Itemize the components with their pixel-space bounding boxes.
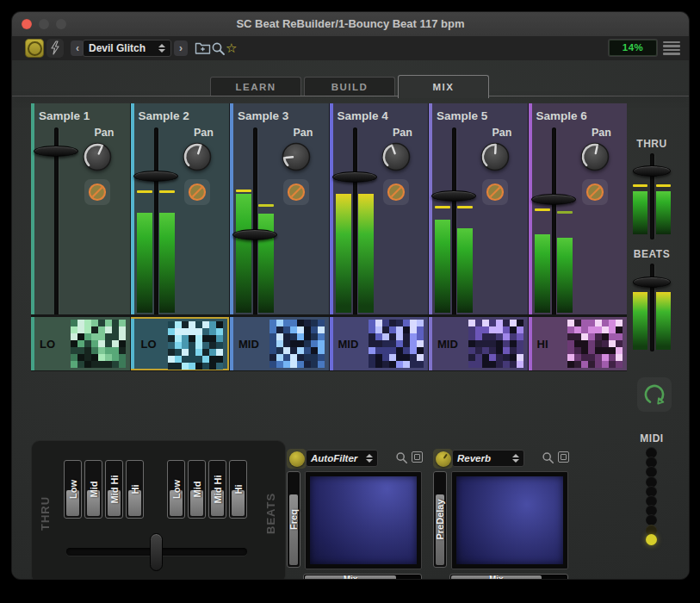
band-slider-label: Hi — [130, 485, 140, 494]
meter-tick — [435, 206, 450, 208]
pan-knob[interactable] — [380, 140, 412, 173]
band-range-label: HI — [537, 338, 548, 351]
sample-thumbnail — [71, 320, 126, 368]
midi-label: MIDI — [628, 432, 676, 444]
fader-handle[interactable] — [133, 171, 178, 182]
fader-handle[interactable] — [332, 171, 377, 183]
fx-compare-button[interactable] — [558, 451, 569, 463]
midi-led — [646, 534, 657, 545]
favorite-star-icon[interactable]: ☆ — [226, 40, 237, 57]
fader-handle[interactable] — [633, 165, 671, 177]
strip-color-stripe — [131, 103, 134, 314]
pan-knob[interactable] — [280, 140, 313, 173]
band-slider-hi[interactable]: Hi — [126, 460, 144, 519]
pan-knob[interactable] — [479, 140, 511, 173]
toolbar: ‹ Devil Glitch › ☆ 14% — [12, 36, 689, 61]
tab-learn[interactable]: LEARN — [210, 77, 301, 96]
fx-mix-label: Mix — [489, 575, 504, 579]
pan-knob[interactable] — [81, 140, 114, 173]
meter-tick — [159, 190, 175, 193]
loop-button[interactable] — [637, 377, 672, 412]
fx-select[interactable]: Reverb — [452, 450, 524, 467]
fx-mix-slider[interactable]: Mix — [449, 574, 568, 579]
fx-xy-surface[interactable] — [456, 476, 563, 564]
mute-button[interactable] — [582, 179, 608, 205]
band-mixer-panel: THRU BEATS LowMidMid HiHi LowMidMid HiHi — [31, 440, 286, 579]
band-slider-label: Low — [68, 480, 78, 499]
band-slider-hi[interactable]: Hi — [229, 460, 247, 519]
band-slider-mid[interactable]: Mid — [84, 460, 102, 519]
band-slider-low[interactable]: Low — [64, 460, 82, 519]
band-slot[interactable]: HI — [529, 317, 628, 370]
band-slider-mid-hi[interactable]: Mid Hi — [105, 460, 123, 519]
pan-label: Pan — [486, 127, 518, 139]
beats-meter-label: BEATS — [628, 248, 676, 260]
fx-mix-slider[interactable]: Mix — [303, 574, 422, 579]
fader-handle[interactable] — [34, 146, 78, 157]
level-meter — [358, 194, 374, 313]
mute-button[interactable] — [283, 179, 309, 205]
strip-color-stripe — [330, 317, 333, 370]
fx-knob-icon — [436, 451, 451, 467]
level-meter — [656, 191, 671, 234]
meter-tick — [457, 206, 473, 208]
level-meter — [656, 292, 671, 350]
mute-button[interactable] — [383, 179, 409, 205]
band-slider-low[interactable]: Low — [167, 460, 185, 519]
fx-mix-handle[interactable]: Mix — [451, 575, 542, 579]
pan-label: Pan — [387, 127, 419, 139]
fx-xy-pad[interactable] — [305, 471, 422, 569]
band-slider-mid[interactable]: Mid — [188, 460, 206, 519]
pan-knob[interactable] — [579, 140, 611, 173]
mute-button[interactable] — [84, 179, 110, 205]
fx-mix-handle[interactable]: Mix — [305, 575, 396, 579]
fx-search-button[interactable] — [395, 451, 408, 468]
band-slot[interactable]: LO — [31, 317, 130, 370]
band-slot[interactable]: LO — [131, 317, 230, 370]
band-slider-handle[interactable] — [232, 490, 245, 516]
sample-strips: Sample 1Pan LOSample 2Pan LOSample 3Pan … — [31, 103, 627, 371]
mute-button[interactable] — [482, 179, 508, 205]
power-button[interactable] — [25, 39, 44, 58]
bolt-button[interactable] — [46, 39, 64, 58]
fx-param-slider[interactable]: Freq — [287, 471, 300, 568]
fx-xy-pad[interactable] — [451, 471, 568, 569]
preset-next-button[interactable]: › — [174, 40, 188, 56]
fx-enable-knob[interactable] — [287, 449, 307, 469]
tab-mix[interactable]: MIX — [398, 75, 489, 98]
mute-button[interactable] — [184, 179, 210, 205]
preset-select[interactable]: Devil Glitch — [83, 40, 171, 57]
tab-build[interactable]: BUILD — [304, 77, 395, 96]
band-slot[interactable]: MID — [330, 317, 429, 370]
fx-compare-button[interactable] — [412, 451, 423, 463]
fx-search-button[interactable] — [542, 451, 554, 468]
plugin-window: SC Beat ReBuilder/1-Bouncy Beat 117 bpm … — [12, 12, 689, 579]
band-slot[interactable]: MID — [429, 317, 528, 370]
fader-handle[interactable] — [431, 190, 476, 202]
fx-xy-surface[interactable] — [310, 476, 417, 564]
fader-handle[interactable] — [531, 194, 576, 205]
fx-knob-pointer — [443, 453, 447, 458]
band-slider-mid-hi[interactable]: Mid Hi — [208, 460, 226, 519]
band-slider-handle[interactable] — [128, 490, 141, 516]
fx-param-slider[interactable]: PreDelay — [433, 471, 447, 568]
fader-handle[interactable] — [633, 277, 671, 288]
band-slot[interactable]: MID — [230, 317, 329, 370]
browse-button[interactable] — [211, 41, 226, 56]
fx-param-handle[interactable] — [289, 494, 298, 565]
fader-handle[interactable] — [232, 229, 277, 240]
save-preset-button[interactable] — [195, 41, 211, 55]
fx-param-label: Freq — [288, 509, 299, 530]
band-range-label: MID — [437, 338, 458, 351]
menu-icon[interactable] — [663, 41, 680, 55]
fader-track — [154, 127, 158, 314]
band-slider-label: Low — [171, 480, 182, 499]
crossfader-handle[interactable] — [150, 533, 163, 571]
pan-knob[interactable] — [181, 140, 214, 173]
fx-enable-knob[interactable] — [433, 449, 453, 469]
strip-controls: Sample 6Pan — [529, 103, 628, 314]
window-title: SC Beat ReBuilder/1-Bouncy Beat 117 bpm — [12, 12, 689, 36]
band-range-label: LO — [141, 338, 157, 351]
preset-name: Devil Glitch — [89, 42, 146, 54]
fx-select[interactable]: AutoFilter — [306, 450, 378, 467]
